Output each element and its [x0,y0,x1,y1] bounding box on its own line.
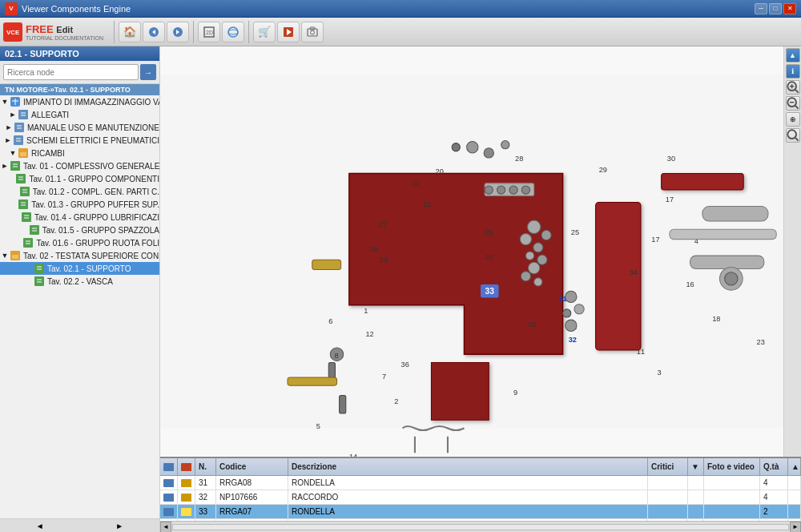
table-row[interactable]: 33 RRGA07 RONDELLA 2 [160,505,801,519]
svg-point-59 [467,142,478,153]
svg-rect-40 [22,212,31,222]
tree-item-4[interactable]: ►SCHEMI ELETTRICI E PNEUMATICI [0,134,159,147]
th-qty: Q.tà [760,458,788,475]
svg-text:23: 23 [757,338,765,346]
rt-nav-button[interactable]: ▲ [786,48,800,62]
sidebar-breadcrumb: TN MOTORE-»Tav. 02.1 - SUPPORTO [0,84,159,95]
svg-text:25: 25 [485,228,493,236]
toolbar-separator-3 [248,21,249,43]
svg-point-66 [533,243,543,252]
table-row[interactable]: 31 RRGA08 RONDELLA 4 [160,476,801,490]
hscroll-track[interactable] [172,524,789,530]
app-icon: V [5,2,18,15]
tree-item-3[interactable]: ►MANUALE USO E MANUTENZIONE [0,121,159,134]
svg-rect-143 [181,479,191,487]
svg-point-64 [541,230,551,240]
svg-point-71 [534,278,542,286]
toolbar-play-button[interactable] [277,22,300,42]
toolbar-3d-button[interactable] [222,22,244,42]
hscroll-right-button[interactable]: ► [790,522,801,533]
svg-text:5: 5 [316,422,320,430]
search-go-button[interactable]: → [140,64,156,80]
th-filter[interactable]: ▼ [688,458,704,475]
svg-rect-140 [163,463,174,471]
svg-text:16: 16 [686,280,694,288]
tree-container[interactable]: ▼IMPIANTO DI IMMAGAZZINAGGIO VASSO►ALLEG… [0,95,159,518]
th-scroll-up[interactable]: ▲ [788,458,801,475]
tree-item-7[interactable]: Tav. 01.1 - GRUPPO COMPONENTI [0,172,159,185]
th-foto: Foto e video [704,458,760,475]
svg-text:25: 25 [571,228,579,236]
svg-text:17: 17 [666,195,674,204]
toolbar-2d-button[interactable]: 2D [198,22,220,42]
minimize-button[interactable]: ─ [755,3,767,14]
svg-text:33: 33 [485,287,495,296]
rt-fit-button[interactable]: ⊕ [786,112,800,127]
sidebar-scroll-left[interactable]: ◄ [0,519,80,532]
toolbar-forward-button[interactable] [167,22,189,42]
tree-item-1[interactable]: ▼IMPIANTO DI IMMAGAZZINAGGIO VASSO [0,95,159,108]
toolbar-home-button[interactable]: 🏠 [119,22,141,42]
svg-text:12: 12 [365,330,373,338]
toolbar: VCE FREE Edit TUTORIAL DOCUMENTATION 🏠 2… [0,18,801,46]
table-row[interactable]: 32 NP107666 RACCORDO 4 [160,490,801,505]
maximize-button[interactable]: □ [769,3,782,14]
svg-rect-72 [702,207,768,221]
svg-point-75 [725,272,738,285]
tree-item-8[interactable]: Tav. 01.2 - COMPL. GEN. PARTI C. [0,185,159,198]
svg-point-70 [521,272,530,281]
svg-rect-57 [596,202,641,350]
svg-text:27: 27 [379,220,387,228]
sidebar-scroll-right[interactable]: ► [80,519,160,532]
tree-item-2[interactable]: ►ALLEGATI [0,108,159,121]
td-critici [648,505,688,518]
close-button[interactable]: ✕ [783,3,796,14]
tree-item-9[interactable]: Tav. 01.3 - GRUPPO PUFFER SUP. [0,198,159,211]
sidebar-header: 02.1 - SUPPORTO [0,46,159,61]
horizontal-scrollbar[interactable]: ◄ ► [160,521,801,532]
td-scroll [788,505,801,518]
svg-text:17: 17 [651,236,659,244]
svg-text:26: 26 [370,245,378,253]
svg-point-124 [574,304,584,314]
th-icon1 [160,458,178,475]
svg-text:VCE: VCE [6,29,20,36]
rt-zoom-in-button[interactable] [786,80,800,95]
svg-rect-34 [20,187,30,196]
toolbar-photo-button[interactable] [301,22,324,42]
svg-rect-79 [288,377,337,385]
search-input[interactable] [3,64,139,80]
svg-rect-21 [14,123,24,132]
svg-text:2: 2 [394,397,398,405]
tree-item-15[interactable]: Tav. 02.2 - VASCA [0,275,159,288]
svg-rect-145 [181,494,191,502]
tree-item-14[interactable]: Tav. 02.1 - SUPPORTO [0,262,159,275]
tree-item-5[interactable]: ▼RICAMBI [0,147,159,159]
table-body[interactable]: 31 RRGA08 RONDELLA 4 32 NP107666 RACCORD… [160,476,801,521]
tree-item-11[interactable]: Tav. 01.5 - GRUPPO SPAZZOLA [0,224,159,236]
svg-rect-144 [163,494,174,502]
tree-item-12[interactable]: Tav. 01.6 - GRUPPO RUOTA FOLI [0,236,159,249]
diagram-area[interactable]: 33 1 2 3 4 5 6 7 8 9 10 11 12 13 14 15 1… [160,46,801,457]
svg-rect-28 [10,161,20,171]
hscroll-left-button[interactable]: ◄ [160,522,171,533]
tree-item-6[interactable]: ►Tav. 01 - COMPLESSIVO GENERALE [0,159,159,172]
svg-point-67 [525,252,533,260]
svg-text:11: 11 [637,348,645,356]
svg-text:8: 8 [334,352,338,360]
svg-text:18: 18 [712,315,720,323]
rt-info-button[interactable]: ℹ [786,64,800,79]
td-qty: 4 [760,490,788,504]
rt-zoom-out-button[interactable] [786,96,800,111]
svg-rect-50 [34,264,44,273]
toolbar-back-button[interactable] [143,22,165,42]
rt-search-button[interactable] [786,128,800,143]
toolbar-separator [114,21,115,43]
tree-item-10[interactable]: Tav. 01.4 - GRUPPO LUBRIFICAZI [0,211,159,224]
svg-point-123 [563,309,571,317]
tree-item-13[interactable]: ▼Tav. 02 - TESTATA SUPERIORE CON. [0,249,159,262]
svg-text:20: 20 [436,167,444,175]
toolbar-cart-button[interactable]: 🛒 [253,22,276,42]
td-icon1 [160,476,178,490]
svg-point-62 [501,141,509,149]
